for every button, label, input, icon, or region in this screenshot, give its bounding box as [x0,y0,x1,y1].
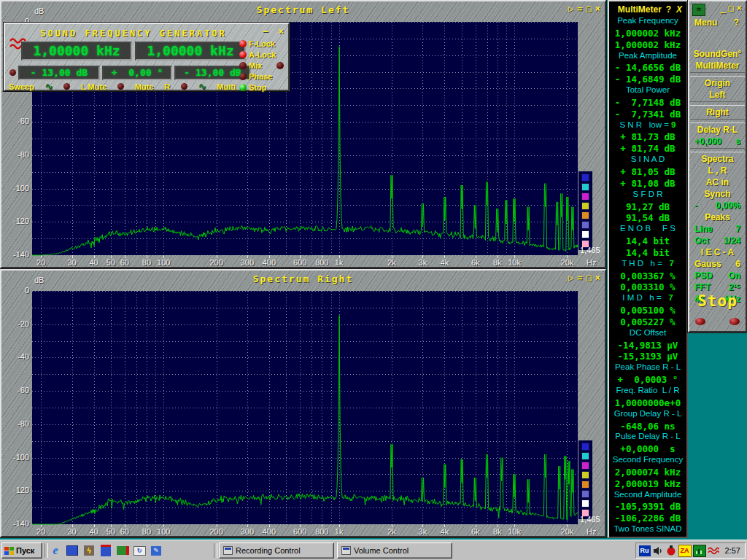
panel-item-gauss[interactable]: Gauss6 [689,258,746,270]
status-led-right[interactable] [729,318,740,325]
cpu-meter-icon[interactable] [693,545,706,557]
generator-level-led[interactable] [9,69,16,76]
mute-led[interactable] [117,83,124,90]
generator-close-button[interactable]: × [279,26,284,36]
multimeter-help-button[interactable]: ? [666,4,671,15]
trace-color-swatch[interactable] [581,230,589,238]
spectrum-canvas[interactable] [32,291,578,528]
panel-item-synch[interactable]: Synch [689,188,746,200]
right-channel-label[interactable]: R [164,82,170,91]
language-indicator[interactable]: Ru [639,545,651,556]
x-axis-unit-label: Hz [587,527,596,536]
quick-launch-ie-icon[interactable]: e [48,543,63,558]
main-minimize-button[interactable]: _ [720,3,725,13]
y-axis-unit-label: dB [34,276,44,284]
multimeter-row-label: Group Delay R - L [609,409,686,421]
generator-phase-display[interactable]: + 0,00 ° [102,66,172,80]
trace-color-swatch[interactable] [581,452,589,460]
mix-label[interactable]: Mix [249,61,262,70]
panel-item-spectra[interactable]: Spectra [689,153,746,165]
start-button[interactable]: Пуск [1,542,42,559]
sweep-button[interactable]: Sweep [9,82,34,91]
panel-item-origin[interactable]: Origin [689,77,746,89]
a-lock-led[interactable] [239,51,247,58]
panel-item-line[interactable]: Line7 [689,223,746,235]
trace-color-swatch[interactable] [581,490,589,498]
task-button-recording-control[interactable]: Recording Control [219,542,334,559]
mix-secondary-led[interactable] [276,62,284,69]
x-axis-unit-label: Hz [587,258,596,267]
panel-item-[interactable]: -0,00% [689,200,746,211]
panel-item-right[interactable]: Right [689,106,746,118]
panel-item-0-000[interactable]: +0,000s [689,136,746,147]
zonealarm-icon[interactable]: ZA [678,545,692,557]
task-button-volume-control[interactable]: Volume Control [337,542,452,559]
panel-item-i-e-c-a[interactable]: I E C - A [689,246,746,258]
mixer-window-icon [223,546,233,555]
generator-frequency-right-display[interactable]: 1,00000 kHz [135,42,246,61]
mute-label[interactable]: Mute [135,82,154,91]
spectra-app-icon[interactable] [708,545,719,556]
volume-icon[interactable] [652,545,664,556]
status-led-left[interactable] [695,318,705,325]
trace-color-swatch[interactable] [581,192,589,201]
trace-color-swatch[interactable] [581,183,589,191]
trace-color-swatch[interactable] [581,202,589,210]
stop-button[interactable]: Stop [689,292,746,310]
phase-led[interactable] [239,73,247,80]
y-axis-tick-label: -120 [3,217,29,225]
quick-launch-mail-icon[interactable]: ↻ [132,543,147,558]
trace-color-swatch[interactable] [581,481,589,489]
item-value: On [728,271,740,281]
main-close-button[interactable]: × [737,3,742,13]
help-button[interactable]: ? [734,18,739,28]
quick-launch-winamp-icon[interactable]: ϟ [82,543,96,558]
f-lock-led[interactable] [239,40,247,47]
right-mute-led[interactable] [181,83,187,90]
quick-launch-desktop-icon[interactable] [65,543,80,558]
multimeter-close-button[interactable]: X [676,4,682,15]
panel-item-left[interactable]: Left [689,89,746,101]
y-axis-tick-label: -80 [3,419,29,428]
trace-color-swatch[interactable] [581,443,589,451]
taskbar-divider[interactable] [214,543,217,558]
f-lock-label[interactable]: F-Lock [249,39,275,48]
x-axis-tick-label: 400 [255,527,284,536]
quick-launch-disk-icon[interactable] [98,543,113,558]
panel-item-oct[interactable]: Oct1/24 [689,235,746,246]
a-lock-label[interactable]: A-Lock [249,50,276,59]
mix-led[interactable] [239,62,247,69]
multimeter-row-label: E N O B F S [609,224,686,236]
panel-item-soundgen[interactable]: SoundGen° [689,48,746,60]
trace-color-swatch[interactable] [581,462,589,470]
panel-item-delay-r-l[interactable]: Delay R-L [689,124,746,136]
generator-minimize-button[interactable]: – [263,26,268,36]
trace-color-swatch[interactable] [581,499,589,508]
quick-launch-tools-icon[interactable] [115,543,130,558]
left-mute-label[interactable]: L Mute [81,82,107,91]
menu-button[interactable]: Menu [694,18,717,28]
quick-launch-notes-icon[interactable]: ✎ [149,543,163,558]
stop-led[interactable] [239,84,247,91]
trace-color-swatch[interactable] [581,221,589,229]
main-maximize-button[interactable]: □ [729,3,734,13]
multi-button[interactable]: Multi [217,82,236,91]
left-mute-led[interactable] [63,83,70,90]
panel-item-psd[interactable]: PSDOn [689,270,746,281]
phase-label[interactable]: Phase [249,72,272,81]
stop-label[interactable]: Stop [249,83,266,92]
panel-item-peaks[interactable]: Peaks [689,211,746,223]
item-value: s [735,136,740,147]
panel-item-fft[interactable]: FFT2¹⁵ [689,281,746,293]
trace-color-swatch[interactable] [581,174,589,182]
panel-item-multimeter[interactable]: MultiMeter [689,60,746,71]
spectrum-right-plot[interactable]: 0-20-40-60-80-100-120-140203040506080100… [1,271,605,536]
generator-frequency-left-display[interactable]: 1,00000 kHz [21,42,132,61]
generator-level-left-display[interactable]: - 13,00 dB [18,66,100,80]
panel-item-ac-in[interactable]: AC in [689,176,746,188]
panel-item-l-r[interactable]: L , R [689,165,746,176]
multimeter-titlebar[interactable]: MultiMeter ? X [609,1,686,16]
trace-color-swatch[interactable] [581,471,589,479]
antivirus-icon[interactable] [665,545,677,556]
trace-color-swatch[interactable] [581,211,589,219]
